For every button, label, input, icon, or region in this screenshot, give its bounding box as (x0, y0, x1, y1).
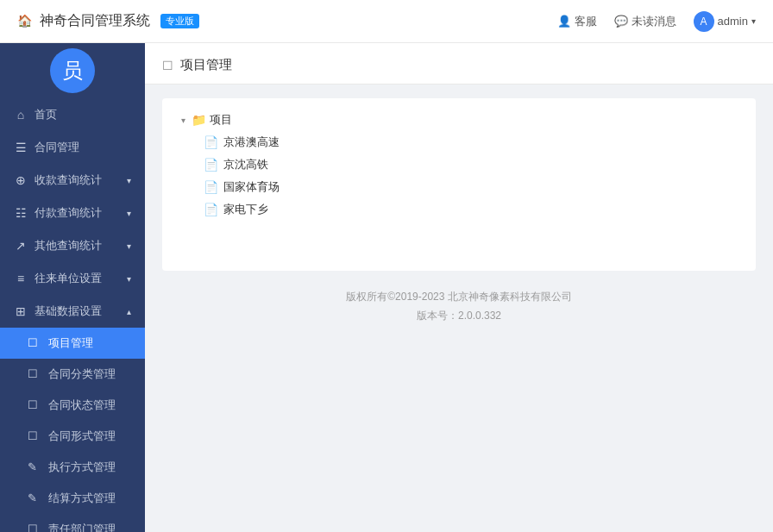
edition-badge: 专业版 (160, 14, 199, 28)
other-stat-icon: ↗ (14, 239, 28, 253)
sidebar-item-other-stat[interactable]: ↗ 其他查询统计 ▾ (0, 229, 145, 262)
partner-setup-icon: ≡ (14, 272, 28, 285)
sidebar-item-base-data[interactable]: ⊞ 基础数据设置 ▴ (0, 295, 145, 328)
base-data-icon: ⊞ (14, 304, 28, 318)
home-icon: 🏠 (17, 14, 33, 29)
header-right: 👤 客服 💬 未读消息 A admin ▾ (557, 11, 756, 32)
sidebar: 员 ⌂ 首页 ☰ 合同管理 ⊕ 收款查询统计 ▾ ☷ 付款查询统计 (0, 43, 145, 532)
message-icon: 💬 (614, 15, 628, 28)
unread-messages-button[interactable]: 💬 未读消息 (614, 14, 676, 29)
sidebar-subitem-contract-form-label: 合同形式管理 (48, 429, 116, 444)
tree-leaf-1: 📄 京港澳高速 (204, 131, 742, 153)
contract-category-icon: ☐ (28, 367, 41, 381)
page-header-icon: ☐ (162, 59, 173, 72)
copyright-text: 版权所有©2019-2023 北京神奇像素科技有限公司 (179, 288, 738, 307)
pay-stat-arrow-icon: ▾ (127, 209, 131, 218)
sidebar-item-other-stat-label: 其他查询统计 (35, 238, 127, 253)
sidebar-item-contract-mgmt-label: 合同管理 (35, 140, 131, 155)
customer-icon: 👤 (557, 15, 571, 28)
tree-leaf-4-label: 家电下乡 (223, 202, 268, 217)
sidebar-logo: 员 (0, 43, 145, 98)
doc-icon-2: 📄 (204, 158, 218, 172)
sidebar-item-receipt-stat[interactable]: ⊕ 收款查询统计 ▾ (0, 164, 145, 197)
receipt-stat-arrow-icon: ▾ (127, 176, 131, 185)
sidebar-item-receipt-stat-label: 收款查询统计 (35, 172, 127, 188)
sidebar-subitem-contract-status[interactable]: ☐ 合同状态管理 (0, 390, 145, 421)
sidebar-subitem-settle-method[interactable]: ✎ 结算方式管理 (0, 483, 145, 514)
sidebar-item-partner-setup-label: 往来单位设置 (35, 271, 127, 286)
app-header: 🏠 神奇合同管理系统 专业版 👤 客服 💬 未读消息 A admin ▾ (0, 0, 773, 43)
base-data-arrow-icon: ▴ (127, 307, 131, 316)
tree-leaf-3: 📄 国家体育场 (204, 176, 742, 198)
main-content: ☐ 项目管理 ▾ 📁 项目 📄 京港澳高速 📄 (145, 43, 773, 532)
sidebar-subitem-project-mgmt[interactable]: ☐ 项目管理 (0, 328, 145, 359)
sidebar-subitem-dept-mgmt-label: 责任部门管理 (48, 522, 116, 532)
sidebar-item-contract-mgmt[interactable]: ☰ 合同管理 (0, 131, 145, 164)
tree-leaf-2: 📄 京沈高铁 (204, 153, 742, 176)
message-label: 未读消息 (632, 14, 676, 29)
admin-menu-button[interactable]: A admin ▾ (694, 11, 756, 32)
other-stat-arrow-icon: ▾ (127, 241, 131, 251)
sidebar-item-pay-stat[interactable]: ☷ 付款查询统计 ▾ (0, 197, 145, 229)
sidebar-item-base-data-label: 基础数据设置 (35, 304, 127, 319)
sidebar-subitem-contract-form[interactable]: ☐ 合同形式管理 (0, 421, 145, 452)
sidebar-subitem-execute-method[interactable]: ✎ 执行方式管理 (0, 452, 145, 483)
contract-form-icon: ☐ (28, 429, 41, 443)
sidebar-item-home-label: 首页 (35, 107, 131, 122)
footer: 版权所有©2019-2023 北京神奇像素科技有限公司 版本号：2.0.0.33… (162, 271, 756, 342)
admin-arrow-icon: ▾ (751, 16, 756, 26)
page-header: ☐ 项目管理 (145, 43, 773, 84)
tree-container: ▾ 📁 项目 📄 京港澳高速 📄 京沈高铁 📄 (162, 98, 756, 271)
sidebar-subitem-contract-category-label: 合同分类管理 (48, 366, 116, 382)
logo-circle: 员 (50, 48, 95, 93)
tree-toggle-icon[interactable]: ▾ (176, 113, 190, 127)
sidebar-subitem-contract-status-label: 合同状态管理 (48, 397, 116, 413)
sidebar-item-home[interactable]: ⌂ 首页 (0, 98, 145, 131)
doc-icon-4: 📄 (204, 203, 218, 216)
main-layout: 员 ⌂ 首页 ☰ 合同管理 ⊕ 收款查询统计 ▾ ☷ 付款查询统计 (0, 43, 773, 532)
contract-mgmt-icon: ☰ (14, 141, 28, 154)
tree-leaf-2-label: 京沈高铁 (223, 157, 268, 172)
doc-icon-3: 📄 (204, 180, 218, 194)
sidebar-subitem-contract-category[interactable]: ☐ 合同分类管理 (0, 359, 145, 390)
tree-root-label: 项目 (210, 112, 232, 128)
customer-service-button[interactable]: 👤 客服 (557, 14, 597, 29)
admin-label: admin (718, 15, 748, 28)
receipt-stat-icon: ⊕ (14, 173, 28, 187)
tree-leaf-1-label: 京港澳高速 (223, 135, 280, 150)
sidebar-subitem-execute-method-label: 执行方式管理 (48, 460, 116, 475)
folder-icon: 📁 (192, 113, 206, 127)
doc-icon-1: 📄 (204, 135, 218, 149)
dept-mgmt-icon: ☐ (28, 523, 41, 532)
customer-label: 客服 (575, 14, 597, 29)
settle-method-icon: ✎ (28, 491, 41, 505)
app-title: 神奇合同管理系统 (40, 12, 150, 30)
partner-setup-arrow-icon: ▾ (127, 274, 131, 284)
contract-status-icon: ☐ (28, 398, 41, 412)
sidebar-item-partner-setup[interactable]: ≡ 往来单位设置 ▾ (0, 262, 145, 295)
sidebar-item-pay-stat-label: 付款查询统计 (35, 205, 127, 221)
sidebar-subitem-project-mgmt-label: 项目管理 (48, 335, 93, 351)
project-mgmt-icon: ☐ (28, 336, 41, 350)
pay-stat-icon: ☷ (14, 206, 28, 220)
content-area: ▾ 📁 项目 📄 京港澳高速 📄 京沈高铁 📄 (145, 84, 773, 532)
tree-leaf-3-label: 国家体育场 (223, 179, 280, 195)
home-nav-icon: ⌂ (14, 108, 28, 122)
admin-avatar: A (694, 11, 714, 32)
tree-leaf-4: 📄 家电下乡 (204, 198, 742, 221)
sidebar-menu: ⌂ 首页 ☰ 合同管理 ⊕ 收款查询统计 ▾ ☷ 付款查询统计 ▾ (0, 98, 145, 532)
page-title: 项目管理 (180, 57, 232, 73)
sidebar-subitem-settle-method-label: 结算方式管理 (48, 491, 116, 506)
tree-root-node: ▾ 📁 项目 (176, 109, 742, 131)
sidebar-subitem-dept-mgmt[interactable]: ☐ 责任部门管理 (0, 514, 145, 532)
tree-children: 📄 京港澳高速 📄 京沈高铁 📄 国家体育场 📄 家电下乡 (176, 131, 742, 221)
execute-method-icon: ✎ (28, 460, 41, 474)
header-left: 🏠 神奇合同管理系统 专业版 (17, 12, 199, 30)
version-text: 版本号：2.0.0.332 (179, 307, 738, 326)
